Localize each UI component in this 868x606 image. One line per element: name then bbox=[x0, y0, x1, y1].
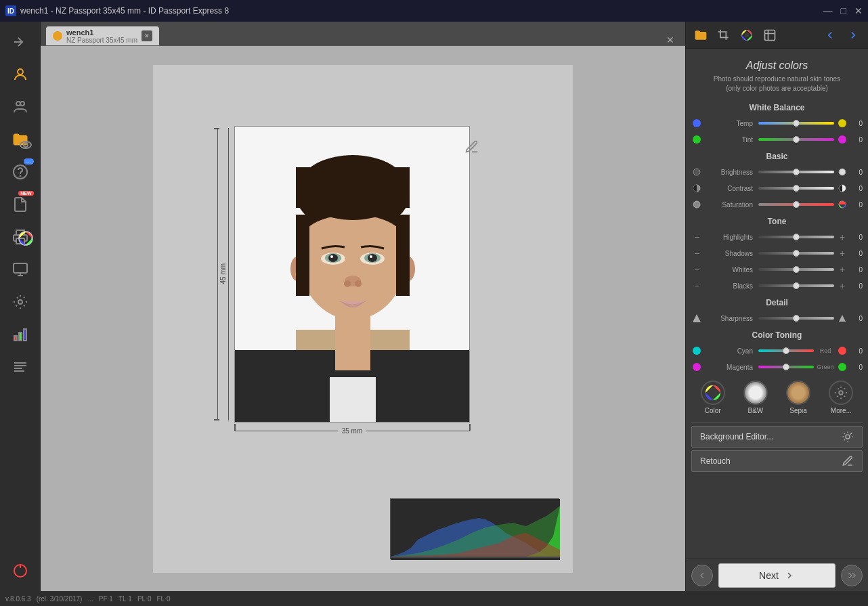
toolbar-folder-icon[interactable] bbox=[691, 26, 710, 45]
main-container: ... NEW bbox=[0, 22, 868, 591]
arrow-right-icon bbox=[847, 29, 859, 41]
sharpness-slider-container[interactable] bbox=[758, 311, 834, 325]
magenta-green-label: Green bbox=[817, 364, 834, 370]
sidebar-btn-new-doc[interactable]: NEW bbox=[5, 190, 35, 219]
preset-sepia-btn[interactable]: Sepia bbox=[786, 381, 810, 414]
cyan-slider-container[interactable] bbox=[758, 344, 814, 358]
highlights-slider[interactable] bbox=[758, 236, 834, 238]
sidebar-btn-monitor[interactable] bbox=[5, 255, 35, 284]
whites-minus-icon[interactable]: − bbox=[691, 264, 702, 275]
sidebar-btn-print[interactable] bbox=[5, 222, 35, 252]
saturation-slider-container[interactable] bbox=[758, 198, 834, 211]
next-button[interactable]: Next bbox=[718, 563, 836, 588]
tab-close-button[interactable]: ✕ bbox=[142, 30, 152, 41]
toolbar-crop-icon[interactable] bbox=[714, 26, 733, 45]
toolbar-color-icon[interactable] bbox=[737, 26, 756, 45]
toolbar-export-icon[interactable] bbox=[760, 26, 779, 45]
shadows-minus-icon[interactable]: − bbox=[691, 248, 702, 259]
shadows-plus-icon[interactable]: + bbox=[837, 248, 848, 259]
sidebar-btn-power[interactable] bbox=[5, 556, 35, 586]
sidebar-btn-user[interactable] bbox=[5, 60, 35, 89]
background-editor-button[interactable]: Background Editor... bbox=[691, 426, 863, 448]
eye-icon bbox=[18, 137, 34, 153]
toolbar-back-nav-icon[interactable] bbox=[821, 26, 840, 45]
blacks-slider-container[interactable] bbox=[758, 279, 834, 293]
svg-point-6 bbox=[24, 143, 28, 147]
temp-slider-row: Temp 0 bbox=[686, 115, 868, 131]
svg-rect-15 bbox=[24, 329, 26, 341]
brightness-value: 0 bbox=[850, 169, 863, 176]
magenta-slider[interactable] bbox=[758, 366, 814, 368]
brightness-slider[interactable] bbox=[758, 171, 834, 173]
shadows-slider[interactable] bbox=[758, 252, 834, 255]
temp-right-icon bbox=[837, 118, 848, 129]
temp-slider[interactable] bbox=[758, 122, 834, 125]
tint-slider[interactable] bbox=[758, 138, 834, 141]
blacks-slider[interactable] bbox=[758, 284, 834, 287]
whites-slider-container[interactable] bbox=[758, 263, 834, 276]
saturation-right-icon bbox=[837, 199, 848, 210]
whites-plus-icon[interactable]: + bbox=[837, 264, 848, 275]
status-bar: v.8.0.6.3 (rel. 3/10/2017) ... PF·1 TL·1… bbox=[0, 591, 868, 606]
sidebar-btn-folder[interactable] bbox=[5, 125, 35, 154]
contrast-slider-container[interactable] bbox=[758, 181, 834, 195]
title-left: ID wench1 - NZ Passport 35x45 mm - ID Pa… bbox=[5, 5, 229, 16]
left-sidebar: ... NEW bbox=[0, 22, 41, 591]
svg-point-59 bbox=[839, 169, 846, 175]
preset-row: Color B&W Sepia bbox=[686, 375, 868, 420]
toolbar-forward-nav-icon[interactable] bbox=[844, 26, 863, 45]
sharpness-label: Sharpness bbox=[705, 315, 756, 322]
cyan-slider[interactable] bbox=[758, 349, 814, 352]
minimize-button[interactable]: — bbox=[823, 5, 833, 16]
brightness-slider-container[interactable] bbox=[758, 165, 834, 179]
title-controls[interactable]: — □ ✕ bbox=[823, 5, 863, 16]
section-detail: Detail bbox=[686, 294, 868, 310]
close-window-button[interactable]: ✕ bbox=[854, 5, 863, 16]
shadows-slider-container[interactable] bbox=[758, 246, 834, 260]
whites-slider[interactable] bbox=[758, 268, 834, 271]
blacks-minus-icon[interactable]: − bbox=[691, 280, 702, 291]
preset-more-btn[interactable]: More... bbox=[829, 381, 853, 414]
sidebar-btn-chart[interactable] bbox=[5, 320, 35, 349]
active-tab[interactable]: wench1 NZ Passport 35x45 mm ✕ bbox=[46, 26, 159, 45]
temp-slider-container[interactable] bbox=[758, 116, 834, 130]
blacks-plus-icon[interactable]: + bbox=[837, 280, 848, 291]
retouch-button[interactable]: Retouch bbox=[691, 450, 863, 472]
retouch-icon bbox=[842, 455, 854, 467]
svg-point-55 bbox=[838, 119, 846, 127]
sidebar-btn-group[interactable] bbox=[5, 92, 35, 122]
export-icon bbox=[763, 28, 777, 42]
magenta-right-icon bbox=[837, 362, 848, 372]
tint-slider-container[interactable] bbox=[758, 133, 834, 146]
svg-point-36 bbox=[328, 254, 338, 262]
highlights-minus-icon[interactable]: − bbox=[691, 232, 702, 242]
svg-point-69 bbox=[838, 363, 846, 371]
monitor-icon bbox=[12, 261, 28, 278]
saturation-slider[interactable] bbox=[758, 203, 834, 206]
brightness-label: Brightness bbox=[705, 169, 756, 176]
pencil-tool[interactable] bbox=[464, 139, 479, 157]
highlights-plus-icon[interactable]: + bbox=[837, 232, 848, 242]
magenta-slider-container[interactable] bbox=[758, 360, 814, 374]
cyan-label: Cyan bbox=[705, 347, 756, 355]
back-button[interactable] bbox=[691, 565, 713, 586]
sidebar-btn-help[interactable]: ... bbox=[5, 157, 35, 187]
sharpness-slider[interactable] bbox=[758, 317, 834, 320]
sidebar-btn-settings[interactable] bbox=[5, 287, 35, 317]
contrast-slider[interactable] bbox=[758, 187, 834, 190]
panel-subtitle: Photo should reproduce natural skin tone… bbox=[686, 74, 868, 99]
preset-bw-btn[interactable]: B&W bbox=[743, 381, 768, 414]
preset-color-btn[interactable]: Color bbox=[701, 381, 725, 414]
saturation-value: 0 bbox=[850, 201, 863, 209]
panel-title: Adjust colors bbox=[686, 54, 868, 74]
svg-point-67 bbox=[838, 347, 846, 355]
sidebar-btn-text[interactable] bbox=[5, 352, 35, 382]
highlights-slider-container[interactable] bbox=[758, 230, 834, 244]
sidebar-btn-navigate[interactable] bbox=[5, 27, 35, 57]
whites-label: Whites bbox=[705, 266, 756, 274]
svg-point-37 bbox=[368, 254, 377, 262]
maximize-button[interactable]: □ bbox=[841, 5, 846, 16]
tint-left-icon bbox=[691, 134, 702, 145]
close-panel-button[interactable]: ✕ bbox=[661, 35, 680, 45]
fast-forward-button[interactable] bbox=[841, 565, 863, 586]
